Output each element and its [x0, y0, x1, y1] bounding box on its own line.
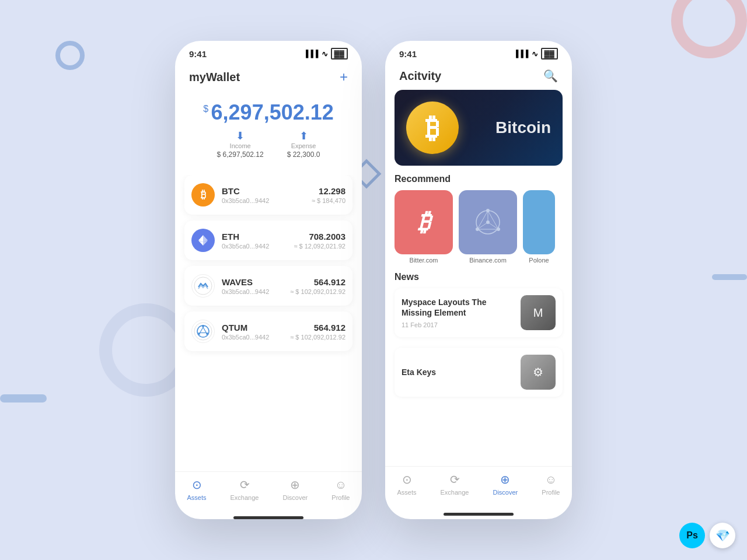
coin-item-waves[interactable]: WAVES 0x3b5ca0...9442 564.912 ≈ $ 102,09…: [184, 266, 352, 306]
binance-mesh-icon: [470, 205, 505, 240]
recommend-polone[interactable]: Polone: [523, 190, 555, 264]
banner-title: Bitcoin: [495, 118, 551, 137]
svg-point-8: [206, 332, 208, 335]
svg-line-23: [477, 222, 488, 229]
exchange-label-2: Exchange: [441, 489, 469, 496]
expense-icon: ⬆: [287, 130, 320, 142]
recommend-section-title: Recommend: [385, 174, 572, 190]
btc-info: BTC 0x3b5ca0...9442: [222, 186, 312, 204]
eth-addr: 0x3b5ca0...9442: [222, 243, 294, 250]
profile-icon: ☺: [335, 478, 347, 492]
coin-item-eth[interactable]: ETH 0x3b5ca0...9442 708.2003 ≈ $ 12,092,…: [184, 220, 352, 260]
coin-item-qtum[interactable]: QTUM 0x3b5ca0...9442 564.912 ≈ $ 102,092…: [184, 312, 352, 351]
profile-label-2: Profile: [542, 489, 560, 496]
battery-icon-2: ▓▓: [541, 48, 558, 60]
add-wallet-button[interactable]: +: [340, 69, 348, 85]
phone-wallet: 9:41 ▐▐▐ ∿ ▓▓ myWallet + $ 6,297,502.12 …: [175, 41, 362, 519]
home-indicator-1: [233, 516, 303, 519]
recommend-row: ₿ Bitter.com: [385, 190, 572, 272]
nav-assets[interactable]: ⊙ Assets: [187, 478, 207, 501]
nav-assets-2[interactable]: ⊙ Assets: [397, 473, 417, 496]
signal-icon: ▐▐▐: [303, 50, 319, 58]
svg-point-7: [202, 325, 204, 327]
income-label: Income: [217, 142, 264, 149]
news-item-2[interactable]: Eta Keys ⚙: [395, 348, 563, 397]
balance-display: $ 6,297,502.12: [175, 100, 362, 125]
waves-info: WAVES 0x3b5ca0...9442: [222, 277, 290, 295]
income-icon: ⬇: [217, 130, 264, 142]
currency-symbol: $: [203, 104, 208, 114]
qtum-addr: 0x3b5ca0...9442: [222, 334, 290, 341]
qtum-values: 564.912 ≈ $ 102,092,012.92: [290, 323, 345, 341]
qtum-usd: ≈ $ 102,092,012.92: [290, 334, 345, 341]
phone-activity: 9:41 ▐▐▐ ∿ ▓▓ Acitvity 🔍 ₿ Bitcoin Recom…: [385, 41, 572, 519]
balance-details: ⬇ Income $ 6,297,502.12 ⬆ Expense $ 22,3…: [175, 125, 362, 163]
news-item-1[interactable]: Myspace Layouts The Missing Element 11 F…: [395, 288, 563, 337]
bottom-nav-2: ⊙ Assets ⟳ Exchange ⊕ Discover ☺ Profile: [385, 466, 572, 508]
expense-item: ⬆ Expense $ 22,300.0: [287, 130, 320, 159]
btc-name: BTC: [222, 186, 312, 196]
banner-background: ₿ Bitcoin: [395, 90, 563, 166]
recommend-bitter[interactable]: ₿ Bitter.com: [395, 190, 453, 264]
wifi-icon-2: ∿: [532, 50, 538, 58]
discover-icon-2: ⊕: [500, 473, 510, 487]
waves-values: 564.912 ≈ $ 102,092,012.92: [290, 277, 345, 295]
profile-icon-2: ☺: [545, 473, 557, 487]
recommend-binance[interactable]: Binance.com: [459, 190, 517, 264]
balance-section: $ 6,297,502.12 ⬇ Income $ 6,297,502.12 ⬆…: [175, 94, 362, 175]
waves-amount: 564.912: [290, 277, 345, 287]
btc-amount: 12.298: [312, 186, 345, 196]
nav-exchange[interactable]: ⟳ Exchange: [231, 478, 259, 501]
polone-label: Polone: [529, 257, 549, 264]
news-date-1: 11 Feb 2017: [402, 321, 514, 328]
nav-exchange-2[interactable]: ⟳ Exchange: [441, 473, 469, 496]
signal-icon-2: ▐▐▐: [514, 50, 529, 58]
eth-logo: [191, 229, 215, 252]
waves-usd: ≈ $ 102,092,012.92: [290, 288, 345, 295]
status-time-1: 9:41: [189, 49, 207, 59]
nav-discover[interactable]: ⊕ Discover: [282, 478, 308, 501]
exchange-icon-2: ⟳: [450, 473, 460, 487]
waves-name: WAVES: [222, 277, 290, 287]
binance-card: [459, 190, 517, 254]
news-thumb-1: M: [521, 295, 556, 330]
bitter-btc-icon: ₿: [418, 208, 430, 236]
btc-logo: ₿: [191, 183, 215, 206]
discover-label-2: Discover: [493, 489, 518, 496]
svg-line-18: [488, 211, 498, 229]
assets-icon: ⊙: [192, 478, 202, 492]
wifi-icon: ∿: [322, 50, 328, 58]
expense-label: Expense: [287, 142, 320, 149]
nav-profile-2[interactable]: ☺ Profile: [542, 473, 560, 496]
svg-line-10: [203, 327, 207, 333]
activity-title: Acitvity: [399, 69, 441, 83]
bitter-card: ₿: [395, 190, 453, 254]
svg-line-22: [488, 222, 498, 229]
search-button[interactable]: 🔍: [543, 69, 558, 83]
exchange-label: Exchange: [231, 494, 259, 501]
qtum-name: QTUM: [222, 323, 290, 332]
news-thumb-2: ⚙: [521, 355, 556, 390]
svg-point-9: [198, 332, 200, 335]
assets-label-2: Assets: [397, 489, 417, 496]
nav-discover-2[interactable]: ⊕ Discover: [493, 473, 518, 496]
bottom-nav-1: ⊙ Assets ⟳ Exchange ⊕ Discover ☺ Profile: [175, 471, 362, 513]
news-content-2: Eta Keys: [402, 367, 514, 377]
polone-card: [523, 190, 555, 254]
bitter-label: Bitter.com: [410, 257, 438, 264]
btc-values: 12.298 ≈ $ 184,470: [312, 186, 345, 204]
bg-decoration-rect-blue: [0, 394, 47, 402]
wallet-header: myWallet +: [175, 64, 362, 94]
status-time-2: 9:41: [399, 49, 417, 59]
featured-banner[interactable]: ₿ Bitcoin: [395, 90, 563, 166]
expense-value: $ 22,300.0: [287, 150, 320, 159]
photoshop-icon: Ps: [679, 523, 705, 548]
nav-profile[interactable]: ☺ Profile: [331, 478, 350, 501]
eth-info: ETH 0x3b5ca0...9442: [222, 232, 294, 250]
svg-line-19: [477, 211, 488, 229]
phones-wrapper: 9:41 ▐▐▐ ∿ ▓▓ myWallet + $ 6,297,502.12 …: [0, 0, 747, 560]
news-thumb-image-1: M: [521, 295, 556, 330]
news-section-title: News: [385, 272, 572, 288]
coin-item-btc[interactable]: ₿ BTC 0x3b5ca0...9442 12.298 ≈ $ 184,470: [184, 175, 352, 215]
bg-decoration-rect-blue2: [712, 274, 747, 280]
